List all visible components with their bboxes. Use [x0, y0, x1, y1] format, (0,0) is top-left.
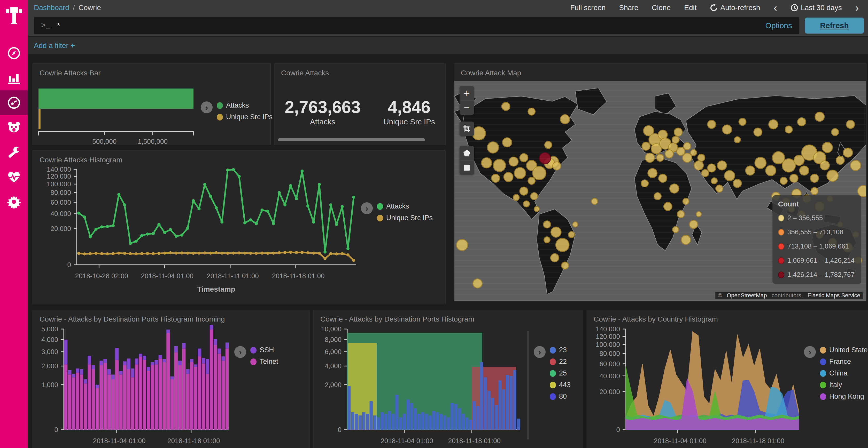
- rectangle-draw-icon[interactable]: [460, 160, 474, 175]
- breadcrumb-dashboard-link[interactable]: Dashboard: [34, 4, 69, 12]
- zoom-out-button[interactable]: −: [460, 100, 474, 115]
- attack-bubble[interactable]: [681, 235, 690, 244]
- attack-bubble[interactable]: [836, 156, 844, 164]
- attack-bubble[interactable]: [798, 118, 806, 126]
- attack-bubble[interactable]: [573, 222, 578, 227]
- attack-bubble[interactable]: [702, 170, 709, 177]
- attack-bubble[interactable]: [739, 118, 746, 126]
- attack-bubble[interactable]: [708, 120, 716, 129]
- legend-item[interactable]: Hong Kong: [820, 392, 868, 401]
- time-back-button[interactable]: ‹: [774, 3, 777, 13]
- legend-collapse-icon[interactable]: ›: [804, 346, 816, 358]
- attack-bubble[interactable]: [487, 142, 499, 153]
- attack-bubble[interactable]: [534, 206, 539, 212]
- attack-bubble[interactable]: [670, 184, 679, 193]
- attack-bubble[interactable]: [504, 172, 513, 182]
- legend-item[interactable]: France: [820, 358, 868, 366]
- attack-bubble[interactable]: [472, 127, 486, 140]
- attack-bubble[interactable]: [677, 211, 684, 218]
- edit-button[interactable]: Edit: [684, 4, 696, 12]
- attack-bubble[interactable]: [473, 279, 482, 288]
- attack-bubble[interactable]: [766, 165, 776, 176]
- legend-collapse-icon[interactable]: ›: [201, 101, 213, 113]
- attack-bubble[interactable]: [696, 212, 702, 217]
- attack-bubble[interactable]: [724, 171, 735, 181]
- legend-collapse-icon[interactable]: ›: [361, 202, 373, 214]
- attack-bubble[interactable]: [513, 194, 519, 201]
- legend-item[interactable]: Unique Src IPs: [217, 113, 273, 121]
- refresh-button[interactable]: Refresh: [805, 18, 864, 34]
- attack-bubble[interactable]: [672, 136, 679, 143]
- attack-bubble[interactable]: [734, 137, 740, 143]
- attack-bubble[interactable]: [754, 128, 762, 136]
- attack-bubble-high[interactable]: [539, 152, 551, 164]
- attack-bubble[interactable]: [641, 180, 648, 187]
- legend-item[interactable]: Attacks: [377, 202, 433, 210]
- attack-bubble[interactable]: [659, 174, 667, 182]
- attack-bubble[interactable]: [642, 142, 650, 150]
- attack-bubble[interactable]: [683, 153, 692, 162]
- legend-collapse-icon[interactable]: ›: [534, 346, 546, 358]
- attack-bubble[interactable]: [665, 150, 673, 158]
- legend-item[interactable]: 443: [550, 381, 571, 389]
- attack-bubble[interactable]: [648, 169, 657, 178]
- sidebar-item-monitoring[interactable]: [0, 165, 28, 189]
- attack-bubble[interactable]: [491, 174, 500, 182]
- attack-bubble[interactable]: [683, 198, 689, 204]
- attack-bubble[interactable]: [746, 166, 755, 175]
- attack-bubble[interactable]: [545, 141, 552, 149]
- attack-bubble[interactable]: [711, 178, 717, 184]
- attack-bubble[interactable]: [684, 143, 691, 150]
- attack-bubble[interactable]: [769, 120, 778, 129]
- query-options-link[interactable]: Options: [766, 21, 792, 30]
- attack-bubble[interactable]: [482, 158, 492, 168]
- attack-bubble[interactable]: [528, 177, 535, 184]
- legend-item[interactable]: 80: [550, 392, 571, 401]
- legend-collapse-icon[interactable]: ›: [234, 346, 246, 358]
- elastic-maps-link[interactable]: Elastic Maps Service: [806, 291, 862, 299]
- query-value[interactable]: *: [57, 21, 759, 30]
- sidebar-item-visualize[interactable]: [0, 66, 28, 90]
- attack-bubble[interactable]: [502, 138, 512, 147]
- share-button[interactable]: Share: [619, 4, 638, 12]
- legend-item[interactable]: 23: [550, 346, 571, 354]
- attack-bubble[interactable]: [780, 177, 787, 184]
- attack-bubble[interactable]: [528, 108, 535, 115]
- legend-item[interactable]: 22: [550, 358, 571, 366]
- attack-bubble[interactable]: [523, 201, 530, 207]
- attack-bubble[interactable]: [531, 193, 538, 200]
- legend-item[interactable]: Telnet: [250, 358, 278, 366]
- attack-bubble[interactable]: [858, 185, 866, 197]
- openstreetmap-link[interactable]: OpenStreetMap: [725, 291, 768, 299]
- ports-incoming-bar-chart[interactable]: 5,0004,0003,0002,0001,00002018-11-04 01:…: [33, 325, 234, 448]
- horizontal-scrollbar[interactable]: [278, 138, 425, 141]
- add-filter-link[interactable]: Add a filter +: [34, 41, 75, 50]
- attack-bubble[interactable]: [694, 161, 704, 170]
- t-mobile-logo-icon[interactable]: [6, 7, 22, 25]
- legend-item[interactable]: United States: [820, 346, 868, 354]
- attack-bubble[interactable]: [820, 161, 830, 170]
- attack-bubble[interactable]: [664, 202, 672, 211]
- attack-bubble[interactable]: [654, 193, 661, 200]
- attack-bubble[interactable]: [544, 237, 550, 243]
- legend-item[interactable]: Italy: [820, 381, 868, 389]
- attack-bubble[interactable]: [690, 149, 697, 156]
- attack-bubble[interactable]: [785, 126, 792, 133]
- attack-bubble[interactable]: [502, 102, 510, 111]
- legend-item[interactable]: SSH: [250, 346, 278, 354]
- attack-bubble[interactable]: [843, 148, 852, 157]
- attack-bubble[interactable]: [782, 159, 796, 172]
- attack-bubble[interactable]: [674, 128, 682, 136]
- world-map[interactable]: + −: [455, 81, 866, 301]
- legend-item[interactable]: Unique Src IPs: [377, 214, 433, 222]
- attack-bubble[interactable]: [645, 153, 655, 162]
- time-forward-button[interactable]: ›: [855, 3, 859, 13]
- sidebar-item-dev-tools[interactable]: [0, 140, 28, 165]
- attack-bubble[interactable]: [850, 160, 861, 171]
- time-range-button[interactable]: Last 30 days: [790, 4, 842, 12]
- attack-bubble[interactable]: [790, 174, 798, 182]
- attack-bubble[interactable]: [815, 112, 824, 121]
- attack-bubble[interactable]: [689, 220, 698, 229]
- attack-bubble[interactable]: [592, 198, 598, 204]
- sidebar-item-timelion[interactable]: [0, 115, 28, 140]
